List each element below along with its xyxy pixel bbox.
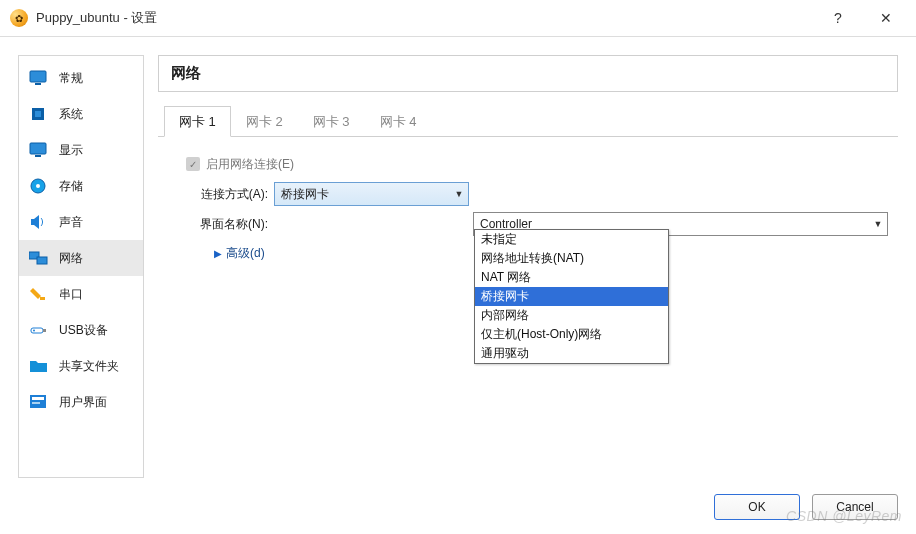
attach-row: 连接方式(A): 桥接网卡 ▼ [168, 181, 888, 207]
monitor-icon [29, 70, 49, 86]
attach-label: 连接方式(A): [168, 186, 274, 203]
sidebar-item-label: 用户界面 [59, 394, 107, 411]
name-label: 界面名称(N): [168, 216, 274, 233]
page-title: 网络 [158, 55, 898, 92]
sidebar-item-5[interactable]: 网络 [19, 240, 143, 276]
svg-rect-14 [30, 395, 46, 408]
svg-rect-11 [31, 328, 43, 333]
attach-mode-dropdown: 未指定网络地址转换(NAT)NAT 网络桥接网卡内部网络仅主机(Host-Onl… [474, 229, 669, 364]
checkbox-enable-icon[interactable]: ✓ [186, 157, 200, 171]
chevron-down-icon: ▼ [869, 219, 887, 229]
dropdown-option[interactable]: 内部网络 [475, 306, 668, 325]
sidebar-item-6[interactable]: 串口 [19, 276, 143, 312]
sidebar-item-4[interactable]: 声音 [19, 204, 143, 240]
sidebar-item-label: 串口 [59, 286, 83, 303]
svg-rect-0 [30, 71, 46, 82]
ok-button[interactable]: OK [714, 494, 800, 520]
svg-rect-13 [43, 329, 46, 332]
svg-rect-3 [35, 111, 41, 117]
svg-rect-9 [37, 257, 47, 264]
svg-rect-5 [35, 155, 41, 157]
sidebar-item-label: 存储 [59, 178, 83, 195]
dropdown-option[interactable]: 仅主机(Host-Only)网络 [475, 325, 668, 344]
sidebar-item-0[interactable]: 常规 [19, 60, 143, 96]
sidebar-item-7[interactable]: USB设备 [19, 312, 143, 348]
sidebar-item-label: 常规 [59, 70, 83, 87]
chip-icon [29, 106, 49, 122]
sidebar-item-1[interactable]: 系统 [19, 96, 143, 132]
triangle-right-icon: ▶ [214, 248, 222, 259]
tab-adapter-3[interactable]: 网卡 3 [298, 106, 365, 137]
svg-point-7 [36, 184, 40, 188]
tab-adapter-2[interactable]: 网卡 2 [231, 106, 298, 137]
sidebar-item-8[interactable]: 共享文件夹 [19, 348, 143, 384]
chevron-down-icon: ▼ [450, 189, 468, 199]
gear-icon: ✿ [10, 9, 28, 27]
titlebar: ✿ Puppy_ubuntu - 设置 ? ✕ [0, 0, 916, 37]
dropdown-option[interactable]: 网络地址转换(NAT) [475, 249, 668, 268]
sidebar-item-label: USB设备 [59, 322, 108, 339]
dropdown-option[interactable]: 桥接网卡 [475, 287, 668, 306]
usb-icon [29, 322, 49, 338]
sidebar-item-3[interactable]: 存储 [19, 168, 143, 204]
ui-icon [29, 394, 49, 410]
close-button[interactable]: ✕ [866, 3, 906, 33]
sidebar-item-2[interactable]: 显示 [19, 132, 143, 168]
plug-icon [29, 286, 49, 302]
sidebar-item-label: 显示 [59, 142, 83, 159]
help-button[interactable]: ? [818, 3, 858, 33]
dropdown-option[interactable]: 通用驱动 [475, 344, 668, 363]
attach-mode-select[interactable]: 桥接网卡 ▼ [274, 182, 469, 206]
enable-row: ✓ 启用网络连接(E) [168, 151, 888, 177]
attach-mode-value: 桥接网卡 [275, 186, 450, 203]
body: 常规系统显示存储声音网络串口USB设备共享文件夹用户界面 网络 网卡 1网卡 2… [0, 37, 916, 486]
tab-adapter-1[interactable]: 网卡 1 [164, 106, 231, 137]
svg-rect-1 [35, 83, 41, 85]
tabs: 网卡 1网卡 2网卡 3网卡 4 [158, 106, 898, 137]
sidebar-item-9[interactable]: 用户界面 [19, 384, 143, 420]
footer: OK Cancel [0, 486, 916, 534]
svg-rect-15 [32, 397, 44, 400]
net-icon [29, 250, 49, 266]
main-panel: 网络 网卡 1网卡 2网卡 3网卡 4 ✓ 启用网络连接(E) 连接方式(A):… [158, 55, 898, 478]
sidebar: 常规系统显示存储声音网络串口USB设备共享文件夹用户界面 [18, 55, 144, 478]
sidebar-item-label: 共享文件夹 [59, 358, 119, 375]
sidebar-item-label: 网络 [59, 250, 83, 267]
sidebar-item-label: 系统 [59, 106, 83, 123]
settings-window: ✿ Puppy_ubuntu - 设置 ? ✕ 常规系统显示存储声音网络串口US… [0, 0, 916, 534]
svg-rect-4 [30, 143, 46, 154]
speaker-icon [29, 214, 49, 230]
svg-point-12 [33, 330, 35, 332]
advanced-label: 高级(d) [226, 245, 265, 262]
monitor-icon [29, 142, 49, 158]
window-title: Puppy_ubuntu - 设置 [36, 9, 157, 27]
svg-rect-16 [32, 402, 40, 404]
disk-icon [29, 178, 49, 194]
dropdown-option[interactable]: NAT 网络 [475, 268, 668, 287]
folder-icon [29, 358, 49, 374]
enable-label: 启用网络连接(E) [206, 156, 300, 173]
dropdown-option[interactable]: 未指定 [475, 230, 668, 249]
svg-rect-10 [40, 297, 45, 300]
cancel-button[interactable]: Cancel [812, 494, 898, 520]
tab-adapter-4[interactable]: 网卡 4 [365, 106, 432, 137]
sidebar-item-label: 声音 [59, 214, 83, 231]
